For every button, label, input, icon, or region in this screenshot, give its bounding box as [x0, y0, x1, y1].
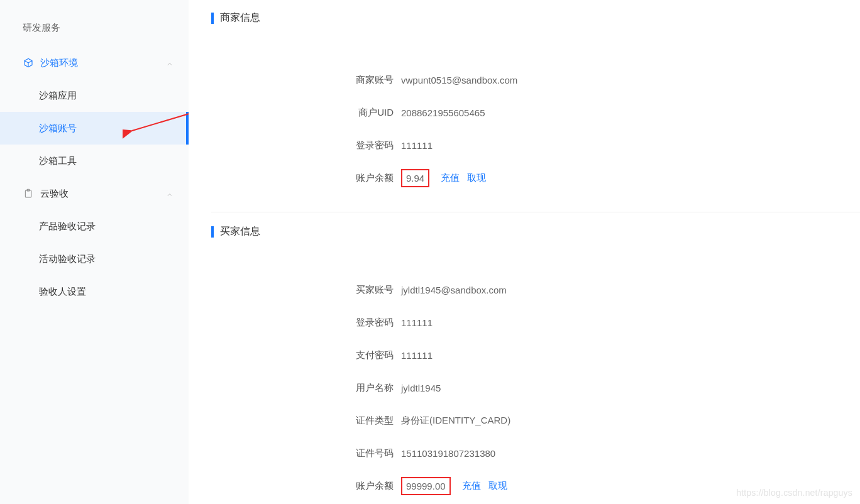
sidebar-item-sandbox-tools[interactable]: 沙箱工具 — [0, 145, 189, 177]
field-value: 111111 — [401, 350, 433, 361]
field-value: 2088621955605465 — [401, 107, 485, 118]
recharge-link[interactable]: 充值 — [462, 480, 481, 492]
field-value: 9.94 充值 取现 — [401, 169, 490, 187]
chevron-up-icon — [166, 59, 174, 67]
field-value: 身份证(IDENTITY_CARD) — [401, 415, 510, 427]
section-accent-bar — [211, 226, 214, 238]
field-label: 商户UID — [336, 107, 394, 119]
withdraw-link[interactable]: 取现 — [488, 480, 507, 492]
sidebar-item-product-acceptance-record[interactable]: 产品验收记录 — [0, 210, 189, 243]
buyer-name-row: 用户名称 jyldtl1945 — [211, 371, 860, 404]
field-value: jyldtl1945 — [401, 383, 441, 393]
sidebar-item-sandbox-account[interactable]: 沙箱账号 — [0, 112, 189, 145]
buyer-section: 买家信息 买家账号 jyldtl1945@sandbox.com 登录密码 11… — [211, 212, 860, 504]
chevron-up-icon — [166, 190, 174, 197]
merchant-account-row: 商家账号 vwpunt0515@sandbox.com — [211, 63, 860, 96]
sidebar-item-label: 云验收 — [40, 188, 69, 200]
sidebar-item-cloud-acceptance[interactable]: 云验收 — [0, 177, 189, 210]
field-value: vwpunt0515@sandbox.com — [401, 75, 517, 85]
sidebar-item-label: 沙箱环境 — [40, 57, 78, 69]
buyer-cert-type-row: 证件类型 身份证(IDENTITY_CARD) — [211, 404, 860, 437]
field-label: 登录密码 — [336, 317, 394, 329]
sidebar-item-label: 验收人设置 — [39, 286, 86, 298]
field-value: 111111 — [401, 140, 433, 151]
sidebar-item-label: 产品验收记录 — [39, 221, 96, 233]
sidebar-item-sandbox-env[interactable]: 沙箱环境 — [0, 47, 189, 79]
sidebar: 研发服务 沙箱环境 沙箱应用 沙箱账号 沙箱工具 云验收 产品验收记录 活动验收… — [0, 0, 189, 504]
sidebar-item-label: 沙箱账号 — [39, 123, 77, 134]
sidebar-item-label: 沙箱应用 — [39, 90, 77, 102]
buyer-account-row: 买家账号 jyldtl1945@sandbox.com — [211, 273, 860, 306]
sidebar-item-label: 活动验收记录 — [39, 253, 96, 265]
field-value: 151103191807231380 — [401, 448, 495, 459]
field-label: 支付密码 — [336, 349, 394, 361]
balance-highlight: 9.94 — [401, 169, 429, 187]
field-label: 证件类型 — [336, 415, 394, 427]
sidebar-item-activity-acceptance-record[interactable]: 活动验收记录 — [0, 243, 189, 275]
field-label: 账户余额 — [336, 172, 394, 184]
section-title: 商家信息 — [220, 11, 260, 25]
section-header-merchant: 商家信息 — [211, 0, 860, 35]
withdraw-link[interactable]: 取现 — [467, 172, 486, 184]
field-value: 99999.00 充值 取现 — [401, 477, 511, 495]
balance-highlight: 99999.00 — [401, 477, 451, 495]
field-value: jyldtl1945@sandbox.com — [401, 285, 507, 295]
buyer-login-pwd-row: 登录密码 111111 — [211, 306, 860, 339]
field-value: 111111 — [401, 317, 433, 328]
recharge-link[interactable]: 充值 — [441, 172, 460, 184]
section-accent-bar — [211, 13, 214, 24]
field-label: 用户名称 — [336, 382, 394, 394]
merchant-section: 商家信息 商家账号 vwpunt0515@sandbox.com 商户UID 2… — [211, 0, 860, 212]
sidebar-item-label: 沙箱工具 — [39, 155, 77, 167]
section-header-buyer: 买家信息 — [211, 212, 860, 248]
main-content: 商家信息 商家账号 vwpunt0515@sandbox.com 商户UID 2… — [189, 0, 860, 504]
clipboard-icon — [23, 188, 34, 199]
field-label: 买家账号 — [336, 284, 394, 296]
field-label: 登录密码 — [336, 140, 394, 151]
buyer-cert-no-row: 证件号码 151103191807231380 — [211, 437, 860, 469]
sidebar-item-acceptor-settings[interactable]: 验收人设置 — [0, 275, 189, 308]
cube-icon — [23, 57, 34, 68]
field-label: 商家账号 — [336, 74, 394, 86]
field-label: 证件号码 — [336, 447, 394, 459]
merchant-uid-row: 商户UID 2088621955605465 — [211, 96, 860, 129]
sidebar-group-title: 研发服务 — [0, 0, 189, 47]
section-title: 买家信息 — [220, 225, 260, 238]
watermark: https://blog.csdn.net/rapguys — [736, 488, 852, 498]
merchant-login-pwd-row: 登录密码 111111 — [211, 129, 860, 162]
buyer-pay-pwd-row: 支付密码 111111 — [211, 339, 860, 371]
sidebar-item-sandbox-app[interactable]: 沙箱应用 — [0, 79, 189, 112]
merchant-balance-row: 账户余额 9.94 充值 取现 — [211, 162, 860, 194]
field-label: 账户余额 — [336, 480, 394, 492]
